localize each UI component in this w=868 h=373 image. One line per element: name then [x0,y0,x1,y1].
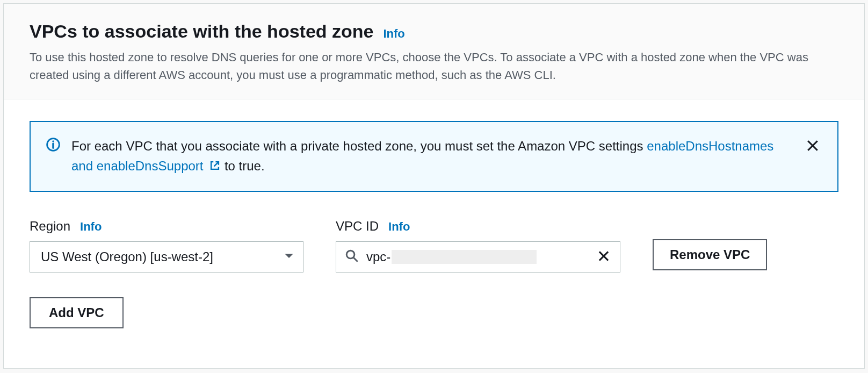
alert-text-after: to true. [225,159,265,173]
svg-point-2 [52,140,54,142]
region-select-value: US West (Oregon) [us-west-2] [41,249,213,264]
vpc-id-value-redacted [392,250,537,264]
add-vpc-row: Add VPC [30,297,838,328]
vpc-id-value-prefix: vpc- [366,249,390,264]
vpc-id-label-row: VPC ID Info [336,219,620,234]
info-alert: For each VPC that you associate with a p… [30,121,838,192]
region-select-wrap: US West (Oregon) [us-west-2] [30,241,303,272]
vpc-associate-panel: VPCs to associate with the hosted zone I… [3,3,865,369]
external-link-icon [209,160,225,174]
panel-body: For each VPC that you associate with a p… [4,99,864,350]
vpc-id-label: VPC ID [336,219,379,234]
panel-description: To use this hosted zone to resolve DNS q… [30,48,838,84]
region-label-row: Region Info [30,219,303,234]
vpc-id-input[interactable]: vpc- [336,241,620,272]
panel-title-row: VPCs to associate with the hosted zone I… [30,21,838,42]
close-icon [805,147,820,155]
region-select[interactable]: US West (Oregon) [us-west-2] [30,241,303,272]
remove-vpc-group: Remove VPC [653,239,767,270]
vpc-form-row: Region Info US West (Oregon) [us-west-2] [30,219,838,272]
vpc-id-value: vpc- [366,249,591,264]
close-icon [597,257,611,265]
region-label: Region [30,219,70,234]
info-icon [46,137,61,152]
panel-title: VPCs to associate with the hosted zone [30,21,373,42]
region-form-group: Region Info US West (Oregon) [us-west-2] [30,219,303,272]
region-info-link[interactable]: Info [80,220,102,234]
vpc-id-clear-button[interactable] [595,247,613,267]
svg-line-6 [353,258,357,262]
vpc-id-form-group: VPC ID Info vpc- [336,219,620,272]
vpc-id-info-link[interactable]: Info [388,220,410,234]
panel-info-link[interactable]: Info [383,27,404,41]
vpc-id-input-wrap: vpc- [336,241,620,272]
panel-header: VPCs to associate with the hosted zone I… [4,4,864,99]
alert-text-before: For each VPC that you associate with a p… [71,139,647,153]
alert-close-button[interactable] [803,136,822,157]
remove-vpc-button[interactable]: Remove VPC [653,239,767,270]
add-vpc-button[interactable]: Add VPC [30,297,124,328]
info-alert-text: For each VPC that you associate with a p… [71,136,792,177]
search-icon [345,249,359,265]
